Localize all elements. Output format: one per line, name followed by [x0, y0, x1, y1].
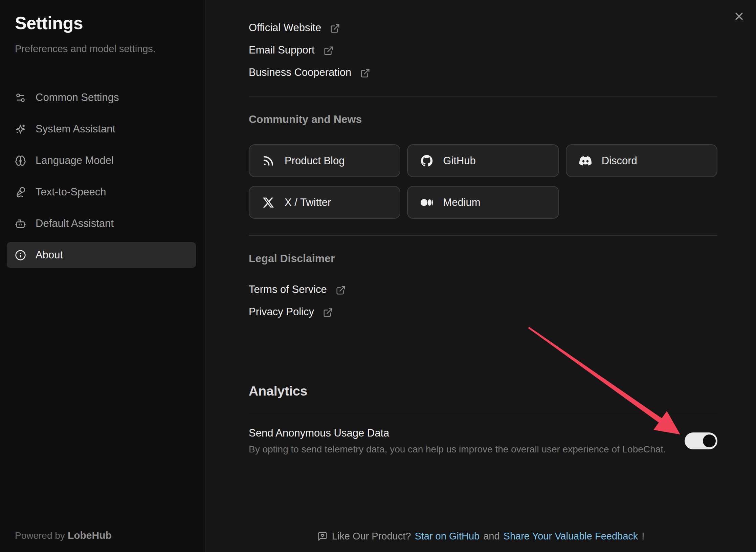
- section-title-community: Community and News: [249, 113, 362, 126]
- x-twitter-button[interactable]: X / Twitter: [249, 186, 400, 219]
- button-label: GitHub: [443, 155, 475, 167]
- page-title: Settings: [15, 13, 83, 33]
- link-terms-of-service[interactable]: Terms of Service: [249, 278, 346, 301]
- link-email-support[interactable]: Email Support: [249, 39, 370, 61]
- button-label: Medium: [443, 196, 480, 209]
- powered-by: Powered byLobeHub: [15, 530, 112, 541]
- sidebar-item-language-model[interactable]: Language Model: [7, 148, 196, 173]
- link-label: Terms of Service: [249, 283, 327, 296]
- sidebar-item-common-settings[interactable]: Common Settings: [7, 85, 196, 110]
- sidebar-item-label: System Assistant: [36, 123, 115, 135]
- sidebar-item-label: Common Settings: [36, 91, 119, 104]
- mic-icon: [15, 187, 26, 198]
- page-subtitle: Preferences and model settings.: [15, 43, 156, 55]
- link-label: Official Website: [249, 22, 321, 34]
- external-link-icon: [360, 68, 370, 78]
- sparkles-icon: [15, 124, 26, 135]
- sidebar-item-default-assistant[interactable]: Default Assistant: [7, 211, 196, 236]
- section-divider: [249, 96, 717, 97]
- setting-description: By opting to send telemetry data, you ca…: [249, 443, 666, 456]
- analytics-setting-row: Send Anonymous Usage Data By opting to s…: [249, 426, 717, 456]
- bot-icon: [15, 218, 26, 229]
- settings-nav: Common Settings System Assistant Languag…: [7, 85, 196, 274]
- link-privacy-policy[interactable]: Privacy Policy: [249, 301, 346, 323]
- community-buttons: Product Blog GitHub Discord X / Twitter …: [249, 144, 717, 219]
- settings-modal: Settings Preferences and model settings.…: [0, 0, 756, 552]
- link-official-website[interactable]: Official Website: [249, 17, 370, 39]
- setting-title: Send Anonymous Usage Data: [249, 426, 666, 440]
- section-title-analytics: Analytics: [249, 383, 307, 399]
- link-label: Business Cooperation: [249, 66, 351, 79]
- sliders-icon: [15, 92, 26, 103]
- external-link-icon: [324, 46, 334, 56]
- lobehub-brand: LobeHub: [68, 530, 112, 541]
- external-link-icon: [323, 307, 333, 318]
- sidebar-item-text-to-speech[interactable]: Text-to-Speech: [7, 179, 196, 205]
- section-divider: [249, 235, 717, 236]
- discord-button[interactable]: Discord: [566, 144, 717, 177]
- x-logo-icon: [262, 196, 274, 209]
- button-label: X / Twitter: [285, 196, 331, 209]
- product-blog-button[interactable]: Product Blog: [249, 144, 400, 177]
- sidebar-item-system-assistant[interactable]: System Assistant: [7, 116, 196, 142]
- about-panel: Contact Us Official Website Email Suppor…: [206, 0, 756, 552]
- discord-icon: [579, 155, 592, 167]
- button-label: Product Blog: [285, 155, 345, 167]
- contact-links: Official Website Email Support Business …: [249, 17, 370, 84]
- toggle-knob: [703, 434, 716, 447]
- close-button[interactable]: [731, 8, 747, 24]
- message-heart-icon: [317, 531, 328, 542]
- footer-text: !: [642, 531, 644, 542]
- settings-sidebar: Settings Preferences and model settings.…: [0, 0, 205, 552]
- footer-text: Like Our Product?: [332, 531, 411, 542]
- analytics-setting-text: Send Anonymous Usage Data By opting to s…: [249, 426, 666, 456]
- star-on-github-link[interactable]: Star on GitHub: [415, 531, 480, 542]
- sidebar-item-about[interactable]: About: [7, 242, 196, 268]
- link-label: Email Support: [249, 44, 315, 56]
- sidebar-item-label: Default Assistant: [36, 217, 114, 230]
- close-icon: [733, 10, 745, 22]
- about-content: Contact Us Official Website Email Suppor…: [249, 0, 717, 552]
- usage-data-toggle[interactable]: [685, 432, 717, 449]
- section-title-contact-us: Contact Us: [249, 0, 306, 2]
- share-feedback-link[interactable]: Share Your Valuable Feedback: [504, 531, 638, 542]
- sidebar-item-label: Language Model: [36, 154, 114, 167]
- info-icon: [15, 250, 26, 261]
- rss-icon: [262, 155, 274, 167]
- medium-icon: [421, 196, 433, 209]
- link-business-cooperation[interactable]: Business Cooperation: [249, 61, 370, 84]
- feedback-footer: Like Our Product? Star on GitHub and Sha…: [206, 531, 756, 542]
- github-button[interactable]: GitHub: [407, 144, 559, 177]
- link-label: Privacy Policy: [249, 306, 314, 318]
- sidebar-item-label: Text-to-Speech: [36, 186, 106, 198]
- external-link-icon: [336, 285, 346, 295]
- sidebar-item-label: About: [36, 249, 63, 261]
- section-divider: [249, 414, 717, 414]
- legal-links: Terms of Service Privacy Policy: [249, 278, 346, 323]
- section-title-legal: Legal Disclaimer: [249, 252, 335, 265]
- powered-by-text: Powered by: [15, 530, 65, 541]
- external-link-icon: [330, 23, 340, 34]
- brain-icon: [15, 155, 26, 166]
- github-icon: [421, 155, 433, 167]
- medium-button[interactable]: Medium: [407, 186, 559, 219]
- footer-text: and: [483, 531, 499, 542]
- button-label: Discord: [602, 155, 637, 167]
